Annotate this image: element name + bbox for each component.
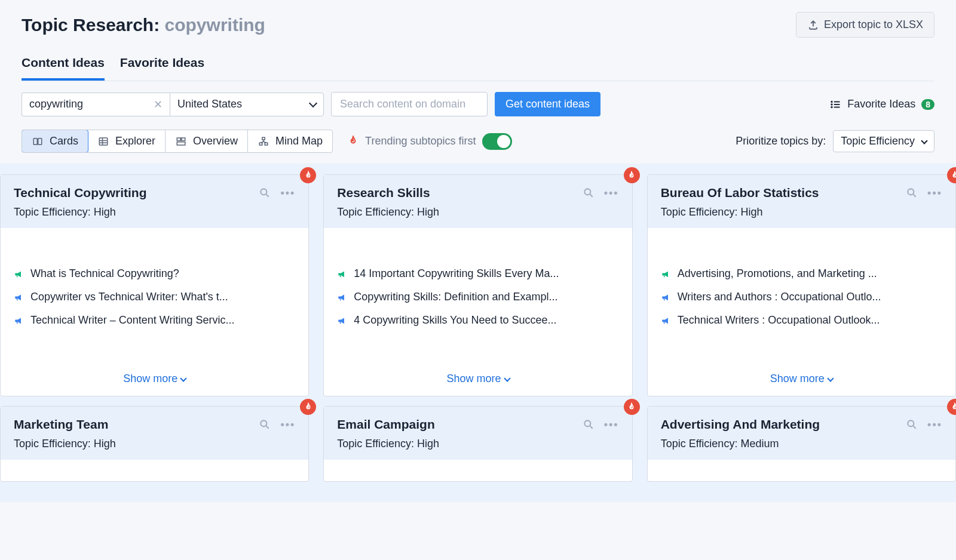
more-icon[interactable]: ••• [927, 187, 942, 199]
show-more-link[interactable]: Show more [1, 365, 308, 396]
upload-icon [807, 20, 819, 30]
megaphone-icon [14, 315, 24, 326]
card-efficiency: Topic Efficiency: High [661, 206, 942, 219]
megaphone-icon [14, 292, 24, 303]
cards-icon [32, 136, 44, 147]
card-body: 14 Important Copywriting Skills Every Ma… [324, 228, 632, 365]
svg-point-5 [831, 106, 832, 107]
export-button[interactable]: Export topic to XLSX [796, 12, 934, 38]
page-title-prefix: Topic Research: [22, 15, 165, 35]
card-header: Advertising And Marketing•••Topic Effici… [648, 407, 955, 460]
tab-favorite-ideas[interactable]: Favorite Ideas [120, 56, 204, 81]
svg-line-26 [914, 195, 916, 197]
card-item[interactable]: Copywriting Skills: Definition and Examp… [337, 291, 618, 303]
card-body: Advertising, Promotions, and Marketing .… [648, 228, 955, 365]
svg-rect-8 [99, 138, 108, 145]
favorite-ideas-link[interactable]: Favorite Ideas 8 [829, 98, 934, 110]
svg-rect-15 [262, 137, 265, 140]
mindmap-icon [258, 136, 269, 147]
chevron-down-icon [504, 375, 510, 381]
card-item[interactable]: Technical Writer – Content Writing Servi… [14, 314, 295, 327]
svg-rect-7 [38, 138, 42, 144]
card-item-text: Copywriting Skills: Definition and Examp… [354, 291, 557, 303]
megaphone-icon [337, 269, 348, 279]
card-item[interactable]: Copywriter vs Technical Writer: What's t… [14, 291, 295, 303]
topic-input[interactable]: copywriting ✕ [22, 93, 170, 116]
chevron-down-icon [309, 99, 317, 107]
card-title: Email Campaign [337, 417, 434, 432]
svg-line-30 [590, 426, 592, 429]
tab-content-ideas[interactable]: Content Ideas [22, 56, 105, 81]
card-efficiency: Topic Efficiency: High [337, 206, 618, 219]
search-icon[interactable] [259, 187, 271, 199]
view-explorer[interactable]: Explorer [88, 130, 166, 152]
svg-line-22 [266, 195, 269, 197]
show-more-link[interactable]: Show more [324, 365, 632, 396]
card-header: Research Skills•••Topic Efficiency: High [324, 175, 632, 228]
switch-knob [497, 135, 510, 148]
svg-point-31 [908, 420, 914, 426]
svg-point-25 [908, 189, 914, 195]
search-icon[interactable] [259, 419, 271, 430]
card-item[interactable]: Advertising, Promotions, and Marketing .… [661, 267, 942, 280]
trending-toggle[interactable] [482, 133, 512, 150]
chevron-down-icon [921, 137, 927, 144]
favorite-ideas-count: 8 [921, 99, 934, 110]
view-mindmap-label: Mind Map [275, 135, 323, 147]
search-icon[interactable] [583, 419, 595, 430]
svg-line-24 [590, 195, 592, 197]
svg-rect-13 [182, 138, 185, 141]
view-cards[interactable]: Cards [22, 130, 88, 153]
country-select[interactable]: United States [170, 93, 324, 116]
svg-point-21 [261, 189, 267, 195]
search-icon[interactable] [906, 187, 918, 199]
topic-card: Bureau Of Labor Statistics•••Topic Effic… [647, 174, 956, 396]
card-header: Email Campaign•••Topic Efficiency: High [324, 407, 632, 460]
prioritize-value: Topic Efficiency [841, 135, 915, 147]
trending-badge [624, 167, 640, 183]
svg-point-29 [584, 420, 590, 426]
card-item-text: 4 Copywriting Skills You Need to Succee.… [354, 314, 556, 327]
view-mind-map[interactable]: Mind Map [248, 130, 332, 152]
topic-card: Technical Copywriting•••Topic Efficiency… [0, 174, 309, 396]
svg-point-23 [584, 189, 590, 195]
page-title-topic: copywriting [165, 15, 265, 35]
card-item[interactable]: 14 Important Copywriting Skills Every Ma… [337, 267, 618, 280]
card-item[interactable]: 4 Copywriting Skills You Need to Succee.… [337, 314, 618, 327]
more-icon[interactable]: ••• [280, 419, 295, 431]
more-icon[interactable]: ••• [604, 419, 619, 431]
card-efficiency: Topic Efficiency: Medium [661, 438, 942, 450]
trending-label: Trending subtopics first [365, 135, 476, 147]
main-tabs: Content Ideas Favorite Ideas [22, 56, 934, 81]
view-cards-label: Cards [50, 135, 78, 147]
show-more-link[interactable]: Show more [648, 365, 955, 396]
search-icon[interactable] [906, 419, 918, 430]
card-body [324, 460, 632, 481]
svg-point-4 [831, 104, 832, 105]
more-icon[interactable]: ••• [927, 419, 942, 431]
megaphone-icon [14, 269, 24, 279]
fire-icon [347, 136, 359, 147]
chevron-down-icon [827, 375, 834, 381]
megaphone-icon [661, 269, 672, 279]
card-item[interactable]: Writers and Authors : Occupational Outlo… [661, 291, 942, 303]
card-item-text: Copywriter vs Technical Writer: What's t… [30, 291, 228, 303]
svg-rect-17 [265, 143, 268, 145]
clear-icon[interactable]: ✕ [154, 98, 163, 111]
domain-search-input[interactable]: Search content on domain [331, 92, 488, 116]
prioritize-dropdown[interactable]: Topic Efficiency [833, 130, 934, 152]
search-icon[interactable] [583, 187, 595, 199]
get-content-ideas-button[interactable]: Get content ideas [495, 92, 600, 116]
card-item[interactable]: What is Technical Copywriting? [14, 267, 295, 280]
view-explorer-label: Explorer [115, 135, 155, 147]
svg-line-19 [261, 141, 264, 143]
topic-card: Research Skills•••Topic Efficiency: High… [323, 174, 632, 396]
trending-badge [300, 167, 316, 183]
svg-point-3 [831, 101, 832, 102]
more-icon[interactable]: ••• [604, 187, 619, 199]
card-item[interactable]: Technical Writers : Occupational Outlook… [661, 314, 942, 327]
view-overview[interactable]: Overview [166, 130, 248, 152]
trending-badge [624, 399, 640, 415]
more-icon[interactable]: ••• [280, 187, 295, 199]
cards-area: Technical Copywriting•••Topic Efficiency… [0, 164, 956, 502]
